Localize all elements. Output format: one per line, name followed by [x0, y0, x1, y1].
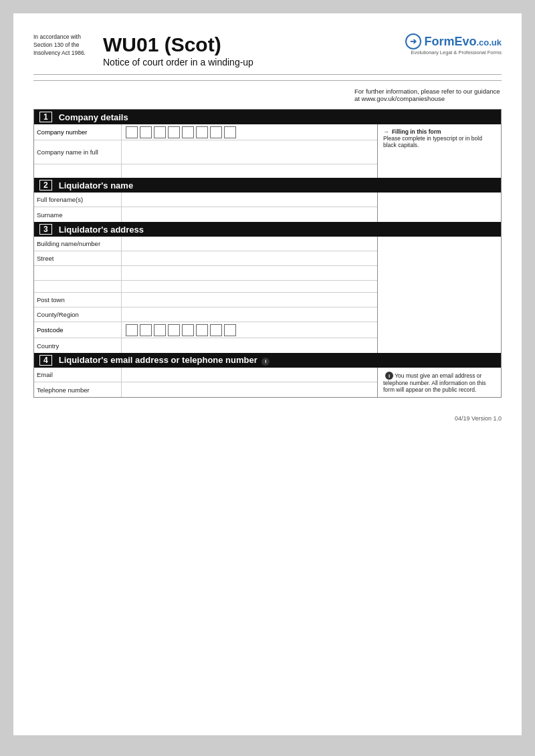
- logo-text: FormEvo.co.uk: [424, 35, 502, 49]
- surname-input[interactable]: [124, 211, 374, 219]
- telephone-input[interactable]: [124, 386, 374, 394]
- seg-boxes: [126, 126, 236, 138]
- street-field[interactable]: [121, 251, 377, 265]
- section4-title: Liquidator's email address or telephone …: [59, 355, 270, 366]
- pbox-7[interactable]: [210, 324, 222, 336]
- email-row: Email: [34, 368, 377, 382]
- pbox-2[interactable]: [140, 324, 152, 336]
- seg-box-4[interactable]: [168, 126, 180, 138]
- post-town-input[interactable]: [124, 296, 374, 304]
- seg-box-8[interactable]: [224, 126, 236, 138]
- section3-body: Building name/number Street: [34, 237, 501, 353]
- form-title-block: WU01 (Scot) Notice of court order in a w…: [103, 33, 253, 68]
- section2-main: Full forename(s) Surname: [34, 193, 377, 222]
- postcode-seg-boxes: [126, 324, 236, 336]
- pbox-3[interactable]: [154, 324, 166, 336]
- seg-box-5[interactable]: [182, 126, 194, 138]
- company-name-input[interactable]: [124, 148, 374, 156]
- post-town-row: Post town: [34, 293, 377, 307]
- forenames-row: Full forename(s): [34, 193, 377, 207]
- country-field[interactable]: [121, 338, 377, 353]
- seg-box-7[interactable]: [210, 126, 222, 138]
- section3-number: 3: [39, 224, 52, 235]
- pbox-4[interactable]: [168, 324, 180, 336]
- section4-header: 4 Liquidator's email address or telephon…: [34, 353, 501, 368]
- street-row2: [34, 266, 377, 281]
- company-name-row: Company name in full: [34, 140, 377, 164]
- pbox-5[interactable]: [182, 324, 194, 336]
- company-name-field[interactable]: [121, 140, 377, 164]
- company-number-row: Company number: [34, 124, 377, 140]
- pbox-8[interactable]: [224, 324, 236, 336]
- form-subtitle: Notice of court order in a winding-up: [103, 57, 253, 68]
- form-outer: 1 Company details Company number: [33, 109, 502, 398]
- email-input[interactable]: [124, 371, 374, 379]
- section3: 3 Liquidator's address Building name/num…: [34, 222, 501, 353]
- postcode-boxes: [121, 322, 377, 338]
- forenames-field[interactable]: [121, 193, 377, 207]
- county-field[interactable]: [121, 307, 377, 322]
- header: In accordance with Section 130 of the In…: [33, 33, 502, 68]
- guidance-text: For further information, please refer to…: [354, 88, 502, 102]
- post-town-field[interactable]: [121, 293, 377, 307]
- section2-header: 2 Liquidator's name: [34, 178, 501, 193]
- header-divider2: [33, 80, 502, 81]
- pbox-1[interactable]: [126, 324, 138, 336]
- section4-side: i You must give an email address or tele…: [377, 368, 501, 397]
- forenames-label: Full forename(s): [34, 193, 121, 207]
- street-input[interactable]: [124, 255, 374, 263]
- street-input2[interactable]: [124, 269, 374, 277]
- seg-box-6[interactable]: [196, 126, 208, 138]
- surname-label: Surname: [34, 207, 121, 222]
- logo-block: ➔ FormEvo.co.uk Evolutionary Legal & Pro…: [405, 33, 502, 55]
- company-name-row2: [34, 164, 377, 178]
- seg-box-3[interactable]: [154, 126, 166, 138]
- company-name-label: Company name in full: [34, 140, 121, 164]
- section4-main: Email Telephone number: [34, 368, 377, 397]
- street-field2[interactable]: [121, 266, 377, 280]
- company-name-input2[interactable]: [124, 167, 374, 175]
- seg-box-1[interactable]: [126, 126, 138, 138]
- section1-side: → Filling in this form Please complete i…: [377, 124, 501, 178]
- section2-number: 2: [39, 180, 52, 191]
- side-filling-title: Filling in this form: [392, 128, 441, 135]
- pbox-6[interactable]: [196, 324, 208, 336]
- country-input[interactable]: [124, 342, 374, 350]
- telephone-label: Telephone number: [34, 382, 121, 397]
- street-row: Street: [34, 251, 377, 266]
- logo-icon: ➔: [405, 33, 421, 49]
- company-name-field2[interactable]: [121, 164, 377, 178]
- section2-title: Liquidator's name: [59, 180, 133, 191]
- form-title: WU01 (Scot): [103, 33, 253, 55]
- side-arrow: →: [383, 128, 389, 135]
- logo: ➔ FormEvo.co.uk: [405, 33, 502, 49]
- email-label: Email: [34, 368, 121, 382]
- section4: 4 Liquidator's email address or telephon…: [34, 353, 501, 397]
- guidance-row: For further information, please refer to…: [33, 88, 502, 102]
- company-number-boxes: [121, 124, 377, 140]
- footer-version: 04/19 Version 1.0: [455, 415, 502, 422]
- footer: 04/19 Version 1.0: [33, 411, 502, 422]
- building-row: Building name/number: [34, 237, 377, 251]
- section1-title: Company details: [59, 112, 128, 122]
- forenames-input[interactable]: [124, 196, 374, 204]
- section4-info-icon: i: [261, 358, 270, 366]
- building-field[interactable]: [121, 237, 377, 251]
- telephone-field[interactable]: [121, 382, 377, 397]
- postcode-row: Postcode: [34, 322, 377, 338]
- section3-main: Building name/number Street: [34, 237, 377, 353]
- county-input[interactable]: [124, 311, 374, 319]
- section1-header: 1 Company details: [34, 110, 501, 124]
- county-row: County/Region: [34, 307, 377, 322]
- spacer-row: [34, 281, 377, 293]
- surname-field[interactable]: [121, 207, 377, 222]
- email-field[interactable]: [121, 368, 377, 382]
- section1-main: Company number: [34, 124, 377, 178]
- section2-body: Full forename(s) Surname: [34, 193, 501, 222]
- building-label: Building name/number: [34, 237, 121, 251]
- seg-box-2[interactable]: [140, 126, 152, 138]
- act-text: In accordance with Section 130 of the In…: [33, 33, 94, 57]
- telephone-row: Telephone number: [34, 382, 377, 397]
- building-input[interactable]: [124, 240, 374, 248]
- header-divider: [33, 74, 502, 75]
